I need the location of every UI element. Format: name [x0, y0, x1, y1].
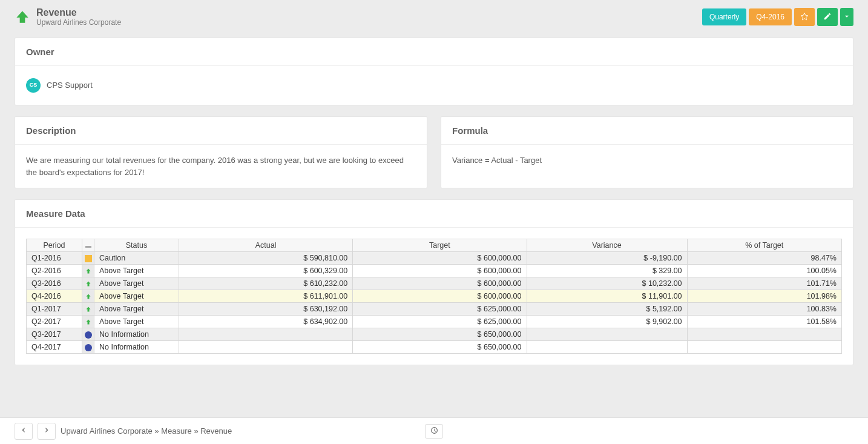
cell-status: Above Target	[94, 265, 179, 277]
cell-status: No Information	[94, 341, 179, 354]
cell-variance	[527, 328, 687, 341]
cell-variance	[527, 341, 687, 354]
cell-pct	[687, 328, 841, 341]
formula-card: Formula Variance = Actual - Target	[441, 116, 853, 188]
arrow-up-icon	[85, 279, 92, 288]
cell-variance: $ 5,192.00	[527, 303, 687, 316]
measure-section-label: Measure Data	[15, 200, 853, 228]
edit-dropdown-button[interactable]	[840, 8, 853, 26]
cell-variance: $ 10,232.00	[527, 277, 687, 290]
table-row[interactable]: Q1-2017Above Target$ 630,192.00$ 625,000…	[27, 303, 842, 316]
cell-target: $ 650,000.00	[353, 328, 527, 341]
cell-actual: $ 634,902.00	[179, 316, 353, 328]
favorite-button[interactable]	[794, 8, 815, 26]
col-period: Period	[27, 239, 82, 252]
cell-target: $ 650,000.00	[353, 341, 527, 354]
cell-target: $ 600,000.00	[353, 290, 527, 303]
cell-status-icon	[82, 252, 94, 265]
cell-target: $ 600,000.00	[353, 252, 527, 265]
breadcrumb: Upward Airlines Corporate » Measure » Re…	[61, 426, 232, 436]
table-row[interactable]: Q2-2016Above Target$ 600,329.00$ 600,000…	[27, 265, 842, 277]
frequency-button[interactable]: Quarterly	[702, 8, 746, 25]
arrow-up-icon	[15, 9, 30, 25]
avatar: CS	[26, 78, 41, 93]
cell-pct: 100.83%	[687, 303, 841, 316]
cell-target: $ 600,000.00	[353, 265, 527, 277]
col-status: Status	[94, 239, 179, 252]
table-row[interactable]: Q4-2017No Information$ 650,000.00	[27, 341, 842, 354]
table-row[interactable]: Q3-2017No Information$ 650,000.00	[27, 328, 842, 341]
cell-pct	[687, 341, 841, 354]
col-variance: Variance	[527, 239, 687, 252]
cell-status-icon	[82, 303, 94, 316]
period-button[interactable]: Q4-2016	[749, 8, 792, 25]
arrow-up-icon	[85, 305, 92, 313]
cell-period: Q2-2016	[27, 265, 82, 277]
owner-card: Owner CS CPS Support	[15, 38, 853, 105]
owner-name: CPS Support	[47, 79, 93, 91]
cell-variance: $ 329.00	[527, 265, 687, 277]
info-dot-icon	[85, 331, 92, 339]
cell-period: Q4-2016	[27, 290, 82, 303]
cell-status-icon	[82, 328, 94, 341]
arrow-up-icon	[85, 292, 92, 300]
owner-section-label: Owner	[15, 38, 853, 66]
cell-status: Above Target	[94, 316, 179, 328]
arrow-left-icon	[20, 426, 27, 436]
cell-actual	[179, 328, 353, 341]
col-status-icon	[82, 239, 94, 252]
chevron-down-icon	[843, 12, 851, 22]
edit-button[interactable]	[817, 8, 838, 26]
table-row[interactable]: Q1-2016Caution$ 590,810.00$ 600,000.00$ …	[27, 252, 842, 265]
cell-variance: $ -9,190.00	[527, 252, 687, 265]
cell-status-icon	[82, 290, 94, 303]
cell-actual: $ 630,192.00	[179, 303, 353, 316]
cell-pct: 101.58%	[687, 316, 841, 328]
cell-pct: 98.47%	[687, 252, 841, 265]
arrow-up-icon	[85, 267, 92, 275]
measure-table: Period Status Actual Target Variance % o…	[26, 239, 842, 354]
formula-text: Variance = Actual - Target	[441, 145, 853, 176]
cell-variance: $ 9,902.00	[527, 316, 687, 328]
col-target: Target	[353, 239, 527, 252]
cell-status: No Information	[94, 328, 179, 341]
nav-forward-button[interactable]	[38, 423, 56, 440]
minus-icon	[85, 246, 91, 248]
cell-status-icon	[82, 341, 94, 354]
cell-pct: 101.98%	[687, 290, 841, 303]
cell-actual	[179, 341, 353, 354]
clock-icon	[430, 426, 438, 436]
cell-period: Q1-2016	[27, 252, 82, 265]
cell-status: Above Target	[94, 290, 179, 303]
col-actual: Actual	[179, 239, 353, 252]
cell-period: Q2-2017	[27, 316, 82, 328]
cell-period: Q3-2017	[27, 328, 82, 341]
table-row[interactable]: Q2-2017Above Target$ 634,902.00$ 625,000…	[27, 316, 842, 328]
pencil-icon	[823, 12, 832, 22]
cell-period: Q1-2017	[27, 303, 82, 316]
cell-target: $ 625,000.00	[353, 316, 527, 328]
cell-target: $ 625,000.00	[353, 303, 527, 316]
table-row[interactable]: Q4-2016Above Target$ 611,901.00$ 600,000…	[27, 290, 842, 303]
page-subtitle: Upward Airlines Corporate	[36, 18, 121, 27]
page-title: Revenue	[36, 7, 121, 18]
cell-target: $ 600,000.00	[353, 277, 527, 290]
cell-actual: $ 600,329.00	[179, 265, 353, 277]
nav-back-button[interactable]	[15, 423, 33, 440]
arrow-right-icon	[43, 426, 50, 436]
cell-actual: $ 611,901.00	[179, 290, 353, 303]
table-row[interactable]: Q3-2016Above Target$ 610,232.00$ 600,000…	[27, 277, 842, 290]
history-button[interactable]	[425, 424, 443, 439]
cell-status: Above Target	[94, 303, 179, 316]
cell-status: Above Target	[94, 277, 179, 290]
cell-actual: $ 590,810.00	[179, 252, 353, 265]
cell-status: Caution	[94, 252, 179, 265]
cell-pct: 101.71%	[687, 277, 841, 290]
footer-bar: Upward Airlines Corporate » Measure » Re…	[0, 417, 868, 444]
description-section-label: Description	[15, 117, 427, 145]
cell-status-icon	[82, 277, 94, 290]
arrow-up-icon	[85, 317, 92, 326]
formula-section-label: Formula	[441, 117, 853, 145]
cell-status-icon	[82, 265, 94, 277]
cell-actual: $ 610,232.00	[179, 277, 353, 290]
